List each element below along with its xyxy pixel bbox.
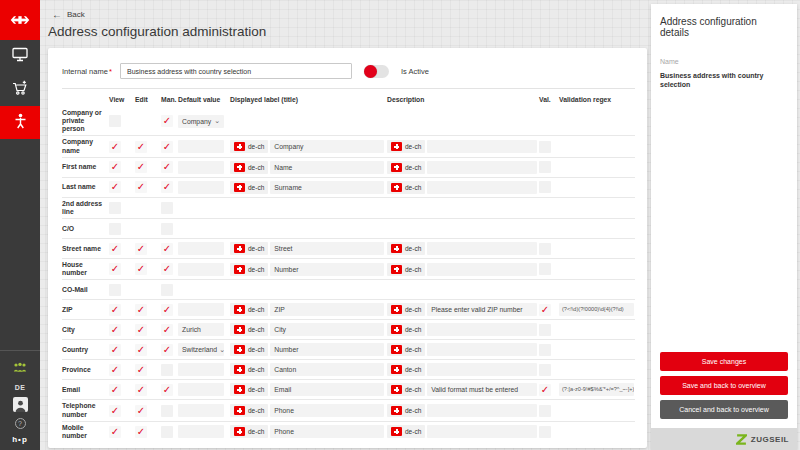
man-checkbox-checked[interactable]: ✓	[161, 115, 173, 127]
displayed-label-input[interactable]: City	[270, 323, 384, 336]
default-value-select[interactable]: Switzerland⌄	[178, 343, 224, 356]
default-value-input[interactable]	[178, 404, 224, 417]
cancel-and-back-button[interactable]: Cancel and back to overview	[660, 400, 788, 419]
man-checkbox-checked[interactable]: ✓	[161, 181, 173, 193]
language-chip[interactable]: de-ch	[230, 383, 268, 396]
default-value-input[interactable]	[178, 303, 224, 316]
man-checkbox-checked[interactable]: ✓	[161, 384, 173, 396]
sidebar-item-person[interactable]	[0, 106, 40, 139]
default-value-input[interactable]	[178, 363, 224, 376]
default-value-input[interactable]	[178, 425, 224, 438]
edit-checkbox-checked[interactable]: ✓	[135, 161, 147, 173]
man-checkbox-unchecked[interactable]	[161, 426, 173, 438]
language-chip[interactable]: de-ch	[230, 303, 268, 316]
view-checkbox-checked[interactable]: ✓	[109, 263, 121, 275]
displayed-label-input[interactable]: ZIP	[270, 303, 384, 316]
language-chip[interactable]: de-ch	[387, 161, 425, 174]
language-chip[interactable]: de-ch	[387, 181, 425, 194]
view-checkbox-checked[interactable]: ✓	[109, 364, 121, 376]
displayed-label-input[interactable]: Number	[270, 263, 384, 276]
view-checkbox-checked[interactable]: ✓	[109, 304, 121, 316]
language-chip[interactable]: de-ch	[387, 363, 425, 376]
description-input[interactable]	[427, 263, 537, 276]
default-value-input[interactable]	[178, 263, 224, 276]
displayed-label-input[interactable]: Street	[270, 242, 384, 255]
default-value-input[interactable]	[178, 242, 224, 255]
internal-name-input[interactable]	[120, 63, 352, 79]
validation-checkbox-unchecked[interactable]	[539, 141, 551, 153]
validation-checkbox-unchecked[interactable]	[539, 181, 551, 193]
description-input[interactable]: Please enter valid ZIP number	[427, 303, 537, 316]
language-chip[interactable]: de-ch	[230, 161, 268, 174]
edit-checkbox-checked[interactable]: ✓	[135, 181, 147, 193]
language-chip[interactable]: de-ch	[230, 323, 268, 336]
language-chip[interactable]: de-ch	[230, 263, 268, 276]
man-checkbox-checked[interactable]: ✓	[161, 243, 173, 255]
validation-checkbox-unchecked[interactable]	[539, 263, 551, 275]
displayed-label-input[interactable]: Name	[270, 161, 384, 174]
man-checkbox-unchecked[interactable]	[161, 284, 173, 296]
view-checkbox-checked[interactable]: ✓	[109, 243, 121, 255]
man-checkbox-unchecked[interactable]	[161, 364, 173, 376]
validation-checkbox-unchecked[interactable]	[539, 324, 551, 336]
displayed-label-input[interactable]: Email	[270, 383, 384, 396]
view-checkbox-checked[interactable]: ✓	[109, 405, 121, 417]
language-chip[interactable]: de-ch	[387, 263, 425, 276]
edit-checkbox-checked[interactable]: ✓	[135, 364, 147, 376]
description-input[interactable]	[427, 140, 537, 153]
save-and-back-button[interactable]: Save and back to overview	[660, 376, 788, 395]
default-value-input[interactable]: Zurich	[178, 323, 224, 336]
edit-checkbox-checked[interactable]: ✓	[135, 324, 147, 336]
validation-checkbox-unchecked[interactable]	[539, 243, 551, 255]
man-checkbox-checked[interactable]: ✓	[161, 344, 173, 356]
help-icon[interactable]: ?	[15, 418, 26, 429]
view-checkbox-unchecked[interactable]	[109, 202, 121, 214]
edit-checkbox-checked[interactable]: ✓	[135, 384, 147, 396]
view-checkbox-checked[interactable]: ✓	[109, 141, 121, 153]
view-checkbox-checked[interactable]: ✓	[109, 426, 121, 438]
view-checkbox-checked[interactable]: ✓	[109, 344, 121, 356]
language-chip[interactable]: de-ch	[387, 383, 425, 396]
view-checkbox-checked[interactable]: ✓	[109, 161, 121, 173]
edit-checkbox-checked[interactable]: ✓	[135, 263, 147, 275]
language-chip[interactable]: de-ch	[387, 303, 425, 316]
view-checkbox-unchecked[interactable]	[109, 284, 121, 296]
validation-checkbox-checked[interactable]: ✓	[539, 384, 551, 396]
validation-regex-input[interactable]: (?<!\d)(?!0000)\d{4}(?!\d)	[559, 303, 634, 316]
displayed-label-input[interactable]: Canton	[270, 363, 384, 376]
language-selector[interactable]: DE	[15, 384, 26, 391]
language-chip[interactable]: de-ch	[230, 242, 268, 255]
description-input[interactable]	[427, 161, 537, 174]
validation-checkbox-unchecked[interactable]	[539, 405, 551, 417]
view-checkbox-unchecked[interactable]	[109, 223, 121, 235]
view-checkbox-checked[interactable]: ✓	[109, 324, 121, 336]
displayed-label-input[interactable]: Surname	[270, 181, 384, 194]
default-value-input[interactable]	[178, 161, 224, 174]
validation-checkbox-unchecked[interactable]	[539, 426, 551, 438]
save-changes-button[interactable]: Save changes	[660, 352, 788, 371]
language-chip[interactable]: de-ch	[230, 363, 268, 376]
validation-checkbox-unchecked[interactable]	[539, 161, 551, 173]
edit-checkbox-checked[interactable]: ✓	[135, 243, 147, 255]
language-chip[interactable]: de-ch	[387, 343, 425, 356]
man-checkbox-checked[interactable]: ✓	[161, 141, 173, 153]
is-active-toggle[interactable]	[364, 65, 389, 78]
displayed-label-input[interactable]: Phone	[270, 425, 384, 438]
default-value-select[interactable]: Company⌄	[178, 115, 224, 128]
view-checkbox-checked[interactable]: ✓	[109, 181, 121, 193]
language-chip[interactable]: de-ch	[387, 425, 425, 438]
description-input[interactable]	[427, 323, 537, 336]
description-input[interactable]	[427, 425, 537, 438]
sbb-logo[interactable]	[0, 0, 40, 40]
default-value-input[interactable]	[178, 140, 224, 153]
description-input[interactable]	[427, 343, 537, 356]
edit-checkbox-checked[interactable]: ✓	[135, 405, 147, 417]
man-checkbox-unchecked[interactable]	[161, 405, 173, 417]
language-chip[interactable]: de-ch	[387, 323, 425, 336]
language-chip[interactable]: de-ch	[387, 404, 425, 417]
default-value-input[interactable]	[178, 383, 224, 396]
man-checkbox-checked[interactable]: ✓	[161, 324, 173, 336]
language-chip[interactable]: de-ch	[230, 343, 268, 356]
view-checkbox-unchecked[interactable]	[109, 115, 121, 127]
description-input[interactable]	[427, 404, 537, 417]
